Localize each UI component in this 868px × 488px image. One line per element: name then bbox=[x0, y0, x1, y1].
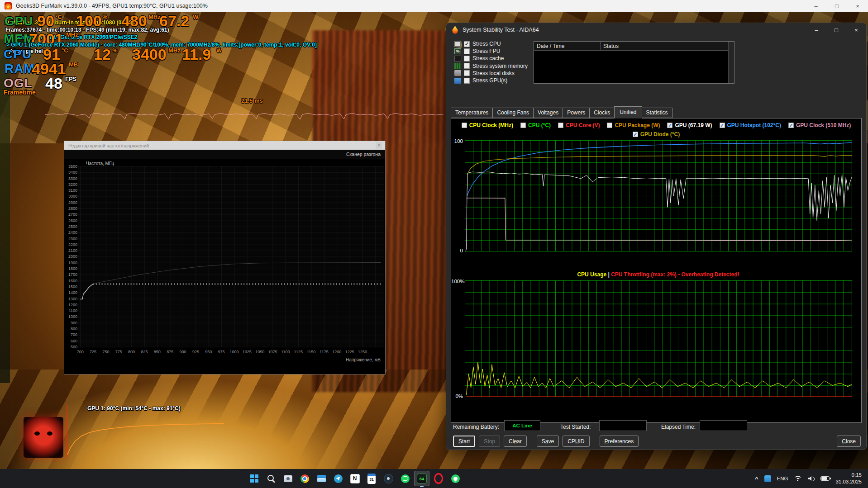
scrollbar[interactable] bbox=[728, 42, 734, 83]
tray-app-icon[interactable] bbox=[764, 475, 771, 482]
legend-item[interactable]: GPU Hotspot (102°C) bbox=[720, 122, 781, 128]
tick-label: 1000 bbox=[228, 350, 240, 354]
curve-editor-titlebar[interactable]: Редактор кривой частот/напряжений × bbox=[64, 141, 385, 150]
legend-label: GPU Diode (°C) bbox=[640, 131, 680, 137]
checkbox[interactable] bbox=[464, 48, 470, 54]
column-header-date-time[interactable]: Date / Time bbox=[534, 42, 601, 50]
stress-option[interactable]: Stress system memory bbox=[454, 62, 528, 70]
curve-editor-window: Редактор кривой частот/напряжений × Скан… bbox=[64, 141, 386, 374]
tick-label: 1225 bbox=[343, 350, 356, 354]
checkbox[interactable] bbox=[464, 63, 470, 69]
aida-button[interactable]: Preferences bbox=[600, 436, 639, 447]
test-log-list[interactable]: Date / Time Status bbox=[534, 41, 734, 84]
aida-button[interactable]: Clear bbox=[504, 436, 527, 447]
tab[interactable]: Cooling Fans bbox=[492, 108, 534, 118]
overclock-scanner-label[interactable]: Сканер разгона bbox=[346, 152, 381, 157]
osd-ram-label: RAM bbox=[5, 62, 35, 75]
opera-button[interactable] bbox=[431, 471, 446, 486]
y-axis-min-label: 0 bbox=[451, 248, 463, 253]
checkbox[interactable] bbox=[464, 56, 470, 62]
tab[interactable]: Powers bbox=[563, 108, 590, 118]
chrome-button[interactable] bbox=[297, 471, 312, 486]
elapsed-time-label: Elapsed Time: bbox=[661, 424, 696, 430]
stress-option[interactable]: Stress GPU(s) bbox=[454, 77, 528, 84]
stress-icon bbox=[454, 48, 461, 54]
tray-chevron-icon[interactable]: ^ bbox=[755, 475, 758, 482]
battery-icon[interactable] bbox=[820, 476, 830, 481]
legend-item[interactable]: GPU (67.19 W) bbox=[667, 122, 712, 128]
legend-item[interactable]: CPU Clock (MHz) bbox=[462, 122, 513, 128]
aida64-button[interactable]: 64 bbox=[414, 471, 429, 486]
close-button[interactable]: × bbox=[846, 23, 866, 37]
checkbox[interactable] bbox=[558, 123, 563, 128]
checkbox[interactable] bbox=[464, 78, 470, 84]
checkbox[interactable] bbox=[607, 123, 612, 128]
minimize-button[interactable]: – bbox=[806, 0, 826, 12]
stress-option[interactable]: Stress cache bbox=[454, 55, 528, 62]
aida-button[interactable]: Start bbox=[453, 436, 475, 447]
tick-label: 1200 bbox=[65, 302, 77, 308]
aida-button[interactable]: Stop bbox=[479, 436, 500, 447]
legend-item[interactable]: GPU Diode (°C) bbox=[633, 131, 680, 137]
spotify-button[interactable] bbox=[397, 471, 413, 486]
legend-item[interactable]: GPU Clock (510 MHz) bbox=[788, 122, 851, 128]
curve-plot-area[interactable] bbox=[78, 166, 384, 347]
wifi-icon[interactable] bbox=[794, 475, 802, 482]
tick-label: 1400 bbox=[65, 290, 77, 296]
checkbox[interactable] bbox=[667, 123, 672, 128]
whatsapp-button[interactable] bbox=[448, 471, 463, 486]
maximize-button[interactable]: □ bbox=[826, 0, 847, 12]
close-button[interactable]: Close bbox=[837, 436, 861, 447]
checkbox[interactable] bbox=[464, 70, 470, 76]
checkbox[interactable] bbox=[720, 123, 725, 128]
legend-label: CPU (°C) bbox=[528, 122, 551, 128]
osd-gpu-temp-unit: °C bbox=[55, 14, 62, 20]
start-button[interactable] bbox=[247, 471, 262, 486]
tab[interactable]: Unified bbox=[614, 106, 642, 118]
osd-frametime-label: Frametime bbox=[4, 89, 36, 95]
checkbox[interactable] bbox=[462, 123, 467, 128]
app-dark-button[interactable] bbox=[381, 471, 396, 486]
telegram-button[interactable] bbox=[330, 471, 346, 486]
button-label: Save bbox=[542, 438, 554, 445]
search-button[interactable] bbox=[263, 471, 279, 486]
aida-button[interactable]: CPUID bbox=[563, 436, 589, 447]
furmark-logo bbox=[24, 417, 63, 458]
legend-item[interactable]: CPU Package (W) bbox=[607, 122, 660, 128]
language-indicator[interactable]: ENG bbox=[777, 476, 788, 481]
osd-cpu-temp: 91 bbox=[43, 47, 60, 62]
tab[interactable]: Temperatures bbox=[451, 108, 493, 118]
osd-fps-unit: FPS bbox=[65, 76, 76, 82]
notion-button[interactable]: N bbox=[347, 471, 362, 486]
explorer-button[interactable] bbox=[314, 471, 329, 486]
minimize-button[interactable]: – bbox=[806, 23, 826, 37]
stress-option[interactable]: Stress CPU bbox=[454, 40, 528, 47]
checkbox[interactable] bbox=[520, 123, 526, 128]
tick-label: 750 bbox=[100, 350, 112, 354]
column-header-status[interactable]: Status bbox=[601, 42, 621, 50]
legend-row-2: GPU Diode (°C) bbox=[451, 131, 861, 137]
tab[interactable]: Clocks bbox=[589, 108, 615, 118]
clock[interactable]: 0:15 31.03.2025 bbox=[835, 472, 862, 485]
tick-label: 1100 bbox=[65, 308, 77, 314]
stress-option[interactable]: Stress FPU bbox=[454, 47, 528, 55]
aida64-window-title: System Stability Test - AIDA64 bbox=[463, 27, 539, 33]
close-button[interactable]: × bbox=[847, 0, 868, 12]
close-icon[interactable]: × bbox=[376, 142, 382, 149]
maximize-button[interactable]: □ bbox=[826, 23, 846, 37]
app-light-button[interactable] bbox=[280, 471, 296, 486]
tab[interactable]: Statistics bbox=[642, 108, 672, 118]
osd-cpu-clock-unit: MHz bbox=[168, 47, 181, 53]
checkbox[interactable] bbox=[633, 132, 638, 137]
legend-item[interactable]: CPU Core (V) bbox=[558, 122, 600, 128]
checkbox[interactable] bbox=[464, 41, 470, 47]
checkbox[interactable] bbox=[788, 123, 794, 128]
legend-item[interactable]: CPU (°C) bbox=[520, 122, 551, 128]
volume-icon[interactable] bbox=[808, 476, 815, 482]
aida-button[interactable]: Save bbox=[537, 436, 559, 447]
calendar-button[interactable]: 31 bbox=[364, 471, 379, 486]
aida64-titlebar[interactable]: System Stability Test - AIDA64 – □ × bbox=[446, 23, 866, 37]
stress-option[interactable]: Stress local disks bbox=[454, 70, 528, 77]
tab[interactable]: Voltages bbox=[533, 108, 563, 118]
tick-label: 1250 bbox=[356, 350, 369, 354]
